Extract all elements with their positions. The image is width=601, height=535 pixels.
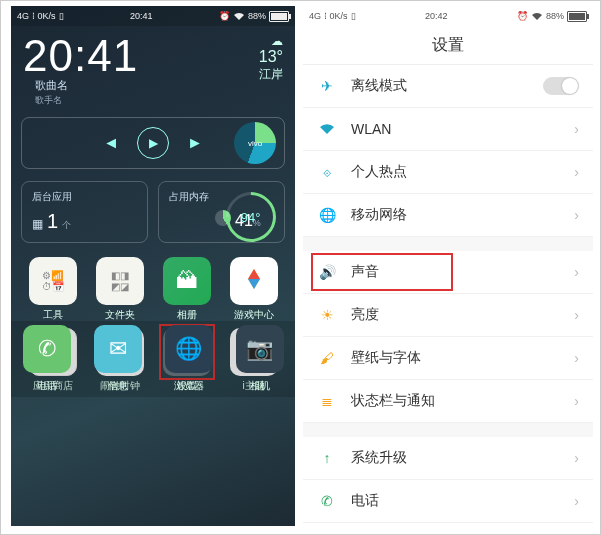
next-track-icon[interactable]: ► xyxy=(187,134,203,152)
battery-icon xyxy=(269,11,289,22)
row-brightness[interactable]: ☀ 亮度 › xyxy=(303,294,593,337)
settings-list: ✈ 离线模式 WLAN › ⟐ 个人热点 › 🌐 移动网络 › 🔊 声音 › ☀ xyxy=(303,65,593,526)
battery-pct: 88% xyxy=(248,11,266,21)
row-airplane[interactable]: ✈ 离线模式 xyxy=(303,65,593,108)
chevron-right-icon: › xyxy=(574,307,579,323)
status-bar-right: 4G ⁞ 0K/s ▯ 20:42 ⏰ 88% xyxy=(303,6,593,26)
chevron-right-icon: › xyxy=(574,393,579,409)
memory-card[interactable]: 占用内存 41% 94° xyxy=(158,181,285,243)
weather-temp: 13° xyxy=(259,48,283,66)
brush-icon: 🖌 xyxy=(317,348,337,368)
wifi-icon xyxy=(317,119,337,139)
status-time: 20:42 xyxy=(425,11,448,21)
network-label: 4G ⁞ xyxy=(17,11,35,21)
grid-icon: ▦ xyxy=(32,217,43,231)
dock-phone[interactable]: ✆电话 xyxy=(23,325,71,393)
play-button[interactable]: ▶ xyxy=(137,127,169,159)
clock-time: 20:41 xyxy=(23,34,138,78)
dock: ✆电话 ✉信息 🌐浏览器 📷相机 xyxy=(11,321,295,397)
row-wlan[interactable]: WLAN › xyxy=(303,108,593,151)
row-mobile-network[interactable]: 🌐 移动网络 › xyxy=(303,194,593,237)
app-folder[interactable]: ◧◨◩◪文件夹 xyxy=(88,257,151,322)
section-gap xyxy=(303,423,593,437)
chevron-right-icon: › xyxy=(574,493,579,509)
wifi-icon xyxy=(531,12,543,21)
bg-count: 1 xyxy=(47,210,58,233)
weather-icon: ☁ xyxy=(259,34,283,48)
app-gallery[interactable]: 🏔相册 xyxy=(155,257,218,322)
card-title: 后台应用 xyxy=(32,190,137,204)
dock-camera[interactable]: 📷相机 xyxy=(236,325,284,393)
row-accounts-sync[interactable]: ⟳ 帐户与同步 › xyxy=(303,523,593,526)
phone-icon: ✆ xyxy=(317,491,337,511)
speed-label: 0K/s xyxy=(38,11,56,21)
music-widget[interactable]: ◄ ▶ ► xyxy=(21,117,285,169)
alarm-icon: ⏰ xyxy=(517,11,528,21)
battery-pct: 88% xyxy=(546,11,564,21)
app-gamecenter[interactable]: 游戏中心 xyxy=(222,257,285,322)
homescreen-phone: 4G ⁞ 0K/s ▯ 20:41 ⏰ 88% 20:41 歌曲名 歌手名 xyxy=(11,6,295,526)
section-gap xyxy=(303,237,593,251)
status-bar-left: 4G ⁞ 0K/s ▯ 20:41 ⏰ 88% xyxy=(11,6,295,26)
speed-label: 0K/s xyxy=(330,11,348,21)
app-tools[interactable]: ⚙📶⏱📅工具 xyxy=(21,257,84,322)
background-apps-card[interactable]: 后台应用 ▦ 1 个 xyxy=(21,181,148,243)
chevron-right-icon: › xyxy=(574,164,579,180)
row-wallpaper-font[interactable]: 🖌 壁纸与字体 › xyxy=(303,337,593,380)
airplane-toggle[interactable] xyxy=(543,77,579,95)
network-label: 4G ⁞ xyxy=(309,11,327,21)
settings-title: 设置 xyxy=(303,26,593,65)
chevron-right-icon: › xyxy=(574,264,579,280)
settings-phone: 4G ⁞ 0K/s ▯ 20:42 ⏰ 88% 设置 ✈ 离线模式 WLAN ›… xyxy=(303,6,593,526)
row-statusbar-notif[interactable]: ≣ 状态栏与通知 › xyxy=(303,380,593,423)
vivo-orb-icon xyxy=(234,122,276,164)
row-hotspot[interactable]: ⟐ 个人热点 › xyxy=(303,151,593,194)
status-time: 20:41 xyxy=(130,11,153,21)
prev-track-icon[interactable]: ◄ xyxy=(103,134,119,152)
brightness-icon: ☀ xyxy=(317,305,337,325)
sound-icon: 🔊 xyxy=(317,262,337,282)
wifi-icon xyxy=(233,12,245,21)
airplane-icon: ✈ xyxy=(317,76,337,96)
battery-icon xyxy=(567,11,587,22)
chevron-right-icon: › xyxy=(574,207,579,223)
sim-icon: ▯ xyxy=(59,11,64,21)
row-sound[interactable]: 🔊 声音 › xyxy=(303,251,593,294)
bg-unit: 个 xyxy=(62,219,71,232)
dock-browser[interactable]: 🌐浏览器 xyxy=(165,325,213,393)
weather-loc: 江岸 xyxy=(259,66,283,83)
chevron-right-icon: › xyxy=(574,121,579,137)
clock-widget[interactable]: 20:41 歌曲名 歌手名 ☁ 13° 江岸 xyxy=(11,26,295,111)
dock-messages[interactable]: ✉信息 xyxy=(94,325,142,393)
song-title: 歌曲名 歌手名 xyxy=(23,78,138,107)
update-icon: ↑ xyxy=(317,448,337,468)
sim-icon: ▯ xyxy=(351,11,356,21)
chevron-right-icon: › xyxy=(574,350,579,366)
globe-icon: 🌐 xyxy=(317,205,337,225)
row-phone-settings[interactable]: ✆ 电话 › xyxy=(303,480,593,523)
weather-widget[interactable]: ☁ 13° 江岸 xyxy=(259,34,283,83)
row-system-update[interactable]: ↑ 系统升级 › xyxy=(303,437,593,480)
list-icon: ≣ xyxy=(317,391,337,411)
hotspot-icon: ⟐ xyxy=(317,162,337,182)
alarm-icon: ⏰ xyxy=(219,11,230,21)
chevron-right-icon: › xyxy=(574,450,579,466)
